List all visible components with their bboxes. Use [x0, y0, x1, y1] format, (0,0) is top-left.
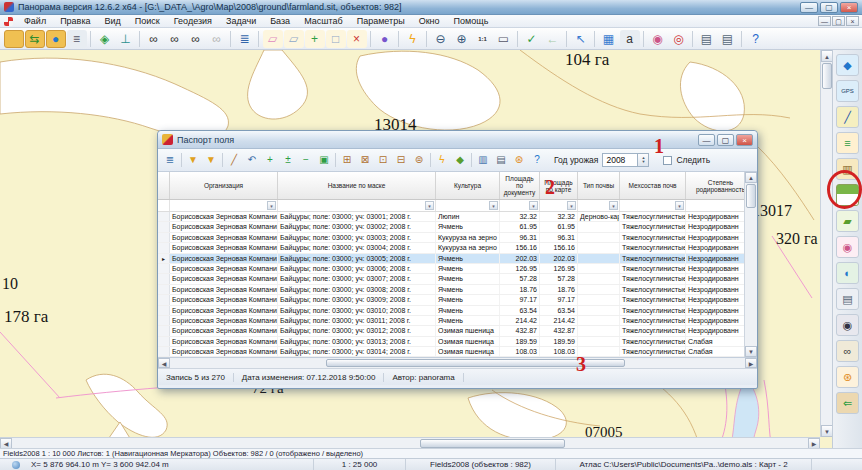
- menu-item-7[interactable]: База: [263, 16, 297, 26]
- grid-scroll-left-icon[interactable]: ◀: [158, 358, 170, 368]
- zoom-in-icon[interactable]: ⊕: [452, 30, 472, 48]
- print-map-icon[interactable]: ▤: [836, 288, 859, 310]
- object-card-icon[interactable]: a: [620, 30, 640, 48]
- close-button[interactable]: ×: [840, 2, 858, 13]
- filter-dropdown-icon[interactable]: ▾: [609, 201, 618, 210]
- run-application-icon[interactable]: ϟ: [403, 30, 423, 48]
- filter-dropdown-icon[interactable]: ▾: [425, 201, 434, 210]
- menu-item-3[interactable]: Вид: [98, 16, 128, 26]
- find-by-name-icon[interactable]: ∞: [165, 30, 185, 48]
- table-row[interactable]: Борисовская Зерновая КомпанияБайцуры; по…: [158, 212, 744, 222]
- tool-clear-icon[interactable]: ⊜: [411, 152, 428, 169]
- help-icon[interactable]: ?: [529, 152, 546, 169]
- save-record-icon[interactable]: ▣: [316, 152, 333, 169]
- tool-assign-icon[interactable]: ⊞: [339, 152, 356, 169]
- mdi-restore-button[interactable]: ▢: [832, 16, 845, 26]
- table-row[interactable]: Борисовская Зерновая КомпанияБайцуры; по…: [158, 295, 744, 305]
- column-header-5[interactable]: Площадь по карте: [540, 172, 578, 199]
- table-row[interactable]: Борисовская Зерновая КомпанияБайцуры; по…: [158, 233, 744, 243]
- vertical-scroll-thumb[interactable]: [822, 63, 832, 89]
- filter-marker-cell[interactable]: [158, 200, 170, 211]
- dialog-restore-button[interactable]: ▢: [717, 134, 734, 146]
- harvest-year-input[interactable]: 2008: [602, 153, 638, 167]
- paint-map-icon[interactable]: ◉: [836, 236, 859, 258]
- add-copy-icon[interactable]: ±: [280, 152, 297, 169]
- crop-field-icon[interactable]: ▰: [836, 210, 859, 232]
- dialog-close-button[interactable]: ×: [736, 134, 753, 146]
- grid-vertical-scroll-thumb[interactable]: [746, 184, 756, 208]
- minimize-button[interactable]: —: [800, 2, 818, 13]
- filter-cell[interactable]: ▾: [578, 200, 620, 211]
- grid-scroll-down-icon[interactable]: ▼: [745, 346, 757, 357]
- mdi-close-button[interactable]: ×: [846, 16, 859, 26]
- menu-item-4[interactable]: Поиск: [128, 16, 167, 26]
- map-vertical-scrollbar[interactable]: ▲ ▼: [820, 50, 832, 437]
- menu-item-1[interactable]: Файл: [17, 16, 53, 26]
- layers-color-icon[interactable]: ≡: [836, 132, 859, 154]
- menu-item-6[interactable]: Задачи: [219, 16, 263, 26]
- column-header-2[interactable]: Название по маске: [278, 172, 436, 199]
- select-area-icon[interactable]: ▱: [284, 30, 304, 48]
- object-info-icon[interactable]: ▦: [599, 30, 619, 48]
- undo-icon[interactable]: ↶: [244, 152, 261, 169]
- field-passport-icon[interactable]: [836, 184, 859, 206]
- filter-dropdown-icon[interactable]: ▾: [489, 201, 498, 210]
- satellite-icon[interactable]: ◆: [836, 54, 859, 76]
- filter-icon[interactable]: ▼: [185, 152, 202, 169]
- edit-record-icon[interactable]: ╱: [226, 152, 243, 169]
- print-report-icon[interactable]: ▤: [493, 152, 510, 169]
- run-calc-icon[interactable]: ϟ: [434, 152, 451, 169]
- follow-checkbox[interactable]: [663, 156, 672, 165]
- settings-icon[interactable]: ⊛: [836, 366, 859, 388]
- menu-item-9[interactable]: Параметры: [350, 16, 412, 26]
- table-row[interactable]: Борисовская Зерновая КомпанияБайцуры; по…: [158, 264, 744, 274]
- open-list-icon[interactable]: ≡: [67, 30, 87, 48]
- options-icon[interactable]: ⊛: [511, 152, 528, 169]
- route-measure-icon[interactable]: ◎: [669, 30, 689, 48]
- mdi-minimize-button[interactable]: —: [818, 16, 831, 26]
- undo-move-icon[interactable]: ←: [543, 30, 563, 48]
- data-store-icon[interactable]: ▥: [836, 158, 859, 180]
- open-map-icon[interactable]: [4, 30, 24, 48]
- apply-icon[interactable]: ✓: [522, 30, 542, 48]
- table-row[interactable]: Борисовская Зерновая КомпанияБайцуры; по…: [158, 347, 744, 357]
- filter-search-icon[interactable]: ▼: [203, 152, 220, 169]
- records-list-icon[interactable]: ≣: [162, 152, 179, 169]
- menu-item-11[interactable]: Помощь: [447, 16, 496, 26]
- find-disabled-icon[interactable]: ∞: [207, 30, 227, 48]
- print-icon[interactable]: ▤: [697, 30, 717, 48]
- grid-horizontal-scrollbar[interactable]: ◀ ▶: [158, 358, 757, 369]
- reference-book-icon[interactable]: ▥: [475, 152, 492, 169]
- filter-dropdown-icon[interactable]: ▾: [567, 201, 576, 210]
- filter-cell[interactable]: ▾: [686, 200, 744, 211]
- search-tools-icon[interactable]: ∞: [836, 340, 859, 362]
- filter-cell[interactable]: ▾: [500, 200, 540, 211]
- geodesy-icon[interactable]: ⊥: [116, 30, 136, 48]
- select-frame-icon[interactable]: ▭: [494, 30, 514, 48]
- menu-item-5[interactable]: Геодезия: [167, 16, 219, 26]
- tool-copy-icon[interactable]: ⊟: [393, 152, 410, 169]
- table-row[interactable]: Борисовская Зерновая КомпанияБайцуры; по…: [158, 285, 744, 295]
- map-select-icon[interactable]: ◆: [452, 152, 469, 169]
- paint-icon[interactable]: ◉: [648, 30, 668, 48]
- grid-vertical-scrollbar[interactable]: ▲ ▼: [744, 172, 757, 357]
- table-row[interactable]: Борисовская Зерновая КомпанияБайцуры; по…: [158, 326, 744, 336]
- gps-icon[interactable]: GPS: [836, 80, 859, 102]
- filter-cell[interactable]: ▾: [436, 200, 500, 211]
- help-pointer-icon[interactable]: ?: [746, 30, 766, 48]
- column-header-3[interactable]: Культура: [436, 172, 500, 199]
- exit-icon[interactable]: ⇐: [836, 392, 859, 414]
- horizontal-scroll-thumb[interactable]: [420, 439, 565, 448]
- menu-item-2[interactable]: Правка: [53, 16, 97, 26]
- table-row[interactable]: Борисовская Зерновая КомпанияБайцуры; по…: [158, 274, 744, 284]
- filter-dropdown-icon[interactable]: ▾: [267, 201, 276, 210]
- find-object-icon[interactable]: ∞: [144, 30, 164, 48]
- dialog-titlebar[interactable]: Паспорт поля — ▢ ×: [158, 131, 757, 149]
- column-header-6[interactable]: Тип почвы: [578, 172, 620, 199]
- filter-dropdown-icon[interactable]: ▾: [675, 201, 684, 210]
- table-row[interactable]: ▸Борисовская Зерновая КомпанияБайцуры; п…: [158, 254, 744, 264]
- table-row[interactable]: Борисовская Зерновая КомпанияБайцуры; по…: [158, 306, 744, 316]
- filter-cell[interactable]: ▾: [170, 200, 278, 211]
- thematic-map-icon[interactable]: ◐: [836, 262, 859, 284]
- select-contour-icon[interactable]: ▱: [263, 30, 283, 48]
